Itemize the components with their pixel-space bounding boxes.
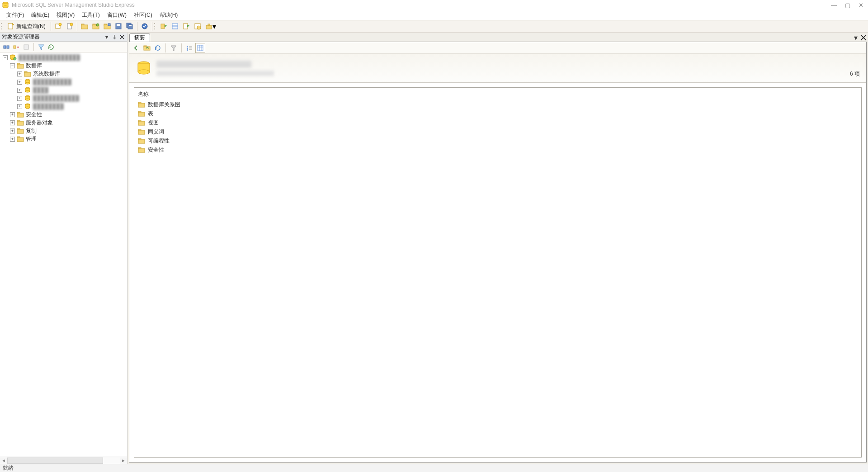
- tree-replication[interactable]: + 复制: [3, 127, 127, 135]
- summary-list-item[interactable]: 同义词: [138, 127, 858, 136]
- collapse-toggle-icon[interactable]: −: [10, 63, 15, 68]
- open-2-button[interactable]: [90, 21, 101, 31]
- window-close-button[interactable]: ✕: [859, 2, 863, 9]
- svg-point-7: [70, 23, 73, 26]
- panel-position-button[interactable]: ▾: [104, 34, 110, 40]
- expand-toggle-icon[interactable]: +: [17, 88, 22, 93]
- svg-rect-43: [24, 72, 31, 76]
- titlebar: Microsoft SQL Server Management Studio E…: [0, 0, 868, 10]
- tree-security[interactable]: + 安全性: [3, 110, 127, 119]
- summary-list[interactable]: 名称 数据库关系图 表 视图 同义词: [134, 87, 862, 458]
- save-all-button[interactable]: [124, 21, 135, 31]
- summary-list-view-button[interactable]: [184, 43, 194, 53]
- window-maximize-button[interactable]: ▢: [845, 2, 850, 9]
- object-explorer-hscrollbar[interactable]: ◄ ►: [0, 457, 127, 464]
- tree-database-label: ████████: [33, 103, 64, 110]
- oe-refresh-button[interactable]: [47, 43, 56, 52]
- expand-toggle-icon[interactable]: +: [10, 129, 15, 133]
- summary-list-item[interactable]: 表: [138, 109, 858, 118]
- tree-server-objects[interactable]: + 服务器对象: [3, 119, 127, 127]
- menu-community[interactable]: 社区(C): [130, 10, 156, 20]
- tree-management[interactable]: + 管理: [3, 135, 127, 143]
- tree-system-databases[interactable]: + 系统数据库: [3, 70, 127, 78]
- activity-monitor-button[interactable]: [139, 21, 150, 31]
- tree-database-item[interactable]: + ████: [3, 86, 127, 94]
- svg-rect-66: [187, 46, 188, 47]
- summary-filter-button[interactable]: [169, 43, 179, 53]
- menu-file[interactable]: 文件(F): [3, 10, 28, 20]
- menu-help[interactable]: 帮助(H): [156, 10, 182, 20]
- folder-icon: [17, 128, 24, 134]
- window-minimize-button[interactable]: —: [831, 2, 837, 9]
- summary-list-item[interactable]: 视图: [138, 118, 858, 127]
- panel-close-button[interactable]: [119, 34, 125, 40]
- tree-database-label: ████: [33, 87, 48, 93]
- summary-up-button[interactable]: [142, 43, 152, 53]
- oe-filter-button[interactable]: [37, 43, 46, 52]
- summary-details-view-button[interactable]: [195, 43, 205, 53]
- svg-point-39: [14, 57, 16, 60]
- toolbox-button[interactable]: ▾: [203, 21, 218, 31]
- scroll-right-icon[interactable]: ►: [120, 457, 127, 464]
- registered-servers-button[interactable]: [158, 21, 169, 31]
- collapse-toggle-icon[interactable]: −: [3, 55, 8, 60]
- svg-rect-57: [17, 113, 24, 117]
- menubar: 文件(F) 编辑(E) 视图(V) 工具(T) 窗口(W) 社区(C) 帮助(H…: [0, 10, 868, 20]
- toolbar-separator: [165, 43, 166, 52]
- summary-list-item[interactable]: 安全性: [138, 145, 858, 154]
- summary-list-item[interactable]: 数据库关系图: [138, 100, 858, 109]
- connect-button[interactable]: [2, 43, 11, 52]
- folder-icon: [138, 138, 145, 144]
- object-explorer-header: 对象资源管理器 ▾: [0, 33, 127, 42]
- tree-replication-label: 复制: [26, 127, 37, 135]
- summary-refresh-button[interactable]: [153, 43, 163, 53]
- svg-rect-90: [138, 148, 145, 153]
- open-file-button[interactable]: [79, 21, 90, 31]
- summary-list-item[interactable]: 可编程性: [138, 136, 858, 145]
- expand-toggle-icon[interactable]: +: [17, 72, 22, 76]
- scroll-left-icon[interactable]: ◄: [0, 457, 7, 464]
- summary-pane: 6 项 名称 数据库关系图 表 视图 同义词: [129, 42, 867, 462]
- expand-toggle-icon[interactable]: +: [10, 112, 15, 117]
- summary-column-name[interactable]: 名称: [138, 91, 858, 100]
- new-project-button[interactable]: [53, 21, 64, 31]
- expand-toggle-icon[interactable]: +: [10, 137, 15, 142]
- summary-back-button[interactable]: [131, 43, 141, 53]
- summary-path-redacted: [156, 71, 274, 76]
- disconnect-button[interactable]: [12, 43, 21, 52]
- new-file-button[interactable]: [64, 21, 75, 31]
- menu-tools[interactable]: 工具(T): [78, 10, 103, 20]
- save-button[interactable]: [113, 21, 124, 31]
- object-explorer-button[interactable]: [170, 21, 180, 31]
- expand-toggle-icon[interactable]: +: [10, 120, 15, 125]
- tab-dropdown-button[interactable]: ▾: [853, 34, 859, 41]
- summary-item-label: 同义词: [148, 128, 164, 136]
- open-3-button[interactable]: [102, 21, 113, 31]
- tab-close-button[interactable]: [860, 34, 867, 41]
- tree-databases[interactable]: − 数据库: [3, 62, 127, 70]
- new-query-button[interactable]: 新建查询(N): [5, 21, 49, 31]
- svg-rect-67: [187, 48, 188, 49]
- scroll-thumb[interactable]: [7, 458, 103, 464]
- expand-toggle-icon[interactable]: +: [17, 104, 22, 109]
- tree-database-item[interactable]: + ████████████: [3, 94, 127, 102]
- svg-rect-27: [184, 24, 188, 29]
- svg-point-78: [138, 70, 150, 74]
- toolbar-grip-icon: [1, 22, 4, 30]
- summary-item-label: 表: [148, 110, 153, 118]
- tree-server-root[interactable]: − ████████████████: [3, 53, 127, 62]
- menu-edit[interactable]: 编辑(E): [28, 10, 53, 20]
- status-ready: 就绪: [3, 464, 14, 472]
- expand-toggle-icon[interactable]: +: [17, 96, 22, 101]
- object-explorer-tree[interactable]: − ████████████████ − 数据库 + 系统数据库 +: [0, 52, 127, 457]
- menu-view[interactable]: 视图(V): [53, 10, 78, 20]
- properties-window-button[interactable]: [192, 21, 203, 31]
- tree-database-item[interactable]: + ████████: [3, 102, 127, 110]
- template-explorer-button[interactable]: [181, 21, 192, 31]
- stop-button[interactable]: [22, 43, 31, 52]
- panel-pin-button[interactable]: [111, 34, 118, 40]
- menu-window[interactable]: 窗口(W): [104, 10, 130, 20]
- expand-toggle-icon[interactable]: +: [17, 80, 22, 85]
- tree-database-item[interactable]: + ██████████: [3, 78, 127, 86]
- tab-summary[interactable]: 摘要: [129, 33, 150, 42]
